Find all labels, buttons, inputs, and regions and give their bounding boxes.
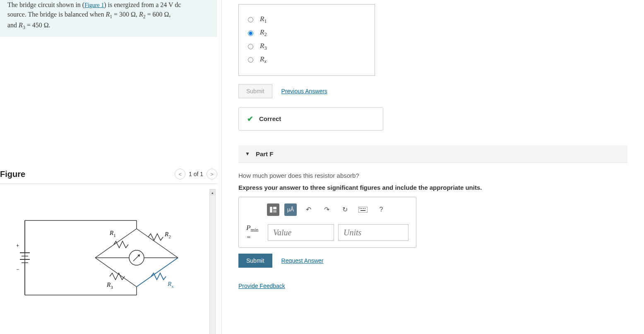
reset-icon[interactable]: ↻ [338,203,351,216]
svg-rect-20 [270,207,272,213]
option-r3[interactable]: R3 [248,42,365,51]
svg-rect-21 [273,207,276,209]
var: R [106,11,110,18]
radio-r3[interactable] [248,44,253,49]
svg-rect-28 [360,210,365,211]
svg-rect-23 [358,207,368,213]
answer-prefix: Pmin = [246,224,264,242]
redo-icon[interactable]: ↷ [320,203,333,216]
option-r1[interactable]: R1 [248,15,365,24]
option-rx[interactable]: Rx [248,55,365,65]
question-text: How much power does this resistor absorb… [238,172,627,179]
figure-nav: < 1 of 1 > [175,169,217,179]
text: = 450 Ω. [25,22,50,29]
circuit-diagram: + − v R1 R2 [17,204,190,312]
check-icon: ✔ [247,114,253,123]
previous-answers-link[interactable]: Previous Answers [281,88,327,94]
sub: 2 [264,32,267,38]
text: and [7,22,19,29]
option-r2[interactable]: R2 [248,28,365,38]
R2-label: R2 [164,231,171,239]
text: The bridge circuit shown in ( [7,1,84,8]
label: R [260,28,264,36]
svg-rect-25 [361,208,362,209]
text: source. The bridge is balanced when [7,11,106,18]
sub: x [264,59,266,65]
units-input[interactable] [338,224,409,241]
svg-rect-27 [365,208,365,209]
svg-rect-22 [273,210,276,213]
label: R [260,55,264,63]
sub: 3 [264,45,267,51]
units-tool-icon[interactable]: μÅ [284,203,297,216]
figure-counter: 1 of 1 [189,171,203,177]
label: R [260,15,264,23]
figure-prev-button[interactable]: < [175,169,185,179]
template-icon[interactable] [267,203,279,216]
svg-rect-26 [363,208,364,209]
svg-rect-24 [360,208,360,209]
figure-next-button[interactable]: > [207,169,217,179]
Rx-label: Rx [167,281,174,289]
units-tool-label: μÅ [287,206,294,213]
undo-icon[interactable]: ↶ [302,203,315,216]
correct-label: Correct [259,115,281,122]
options-box: R1 R2 R3 Rx [238,4,375,76]
request-answer-link[interactable]: Request Answer [281,257,324,264]
text: = 300 Ω, [112,11,139,18]
figure-heading: Figure [0,169,25,179]
figure-scrollbar[interactable]: ▴ ▾ [209,189,216,334]
correct-feedback: ✔ Correct [238,107,383,131]
radio-r1[interactable] [248,17,253,22]
sub: 1 [264,18,267,24]
figure-panel: ▴ ▾ + − v [0,187,217,334]
minus-label: − [17,266,19,273]
part-header[interactable]: ▼ Part F [238,145,627,163]
submit-button[interactable]: Submit [238,254,272,268]
part-title: Part F [256,150,274,157]
figure-link[interactable]: Figure 1 [84,2,104,8]
plus-label: + [17,242,19,249]
value-input[interactable] [268,224,334,241]
label: R [260,42,264,50]
instruction-text: Express your answer to three significant… [238,184,627,191]
problem-statement: The bridge circuit shown in (Figure 1) i… [0,0,217,37]
radio-r2[interactable] [248,31,253,36]
help-icon[interactable]: ? [375,203,388,216]
keyboard-icon[interactable] [356,203,370,216]
var: R [139,11,143,18]
answer-toolbar: μÅ ↶ ↷ ↻ ? [246,203,409,216]
var: R [19,22,23,29]
text: ) is energized from a 24 V dc [104,1,181,8]
answer-box: μÅ ↶ ↷ ↻ ? Pmin = [238,197,416,248]
provide-feedback-link[interactable]: Provide Feedback [238,283,285,289]
collapse-icon: ▼ [245,151,250,157]
submit-button-disabled: Submit [238,84,272,98]
R1-label: R1 [109,230,116,238]
radio-rx[interactable] [248,57,253,63]
R3-label: R3 [106,281,113,290]
text: = 600 Ω, [145,11,171,18]
scroll-up-icon[interactable]: ▴ [210,189,215,196]
